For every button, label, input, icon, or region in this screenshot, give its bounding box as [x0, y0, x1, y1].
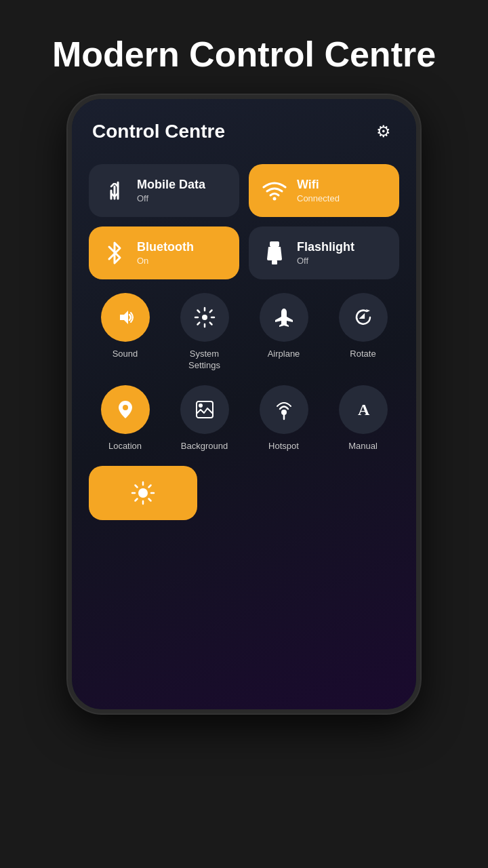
svg-point-6	[199, 403, 203, 408]
background-button	[180, 385, 229, 434]
bluetooth-label: Bluetooth	[137, 240, 194, 254]
brightness-tile[interactable]	[89, 466, 197, 520]
rotate-label: Rotate	[350, 349, 375, 360]
manual-label: Manual	[348, 441, 378, 452]
airplane-item[interactable]: Airplane	[247, 293, 320, 372]
control-header: Control Centre ⚙	[89, 119, 399, 144]
svg-rect-5	[197, 401, 213, 418]
circle-row-2: Location Background	[89, 385, 399, 452]
phone-screen: Control Centre ⚙ Mobile Data Off	[72, 99, 416, 709]
svg-point-3	[202, 315, 207, 320]
sound-item[interactable]: Sound	[89, 293, 161, 372]
flashlight-tile[interactable]: Flashlight Off	[249, 226, 399, 279]
svg-point-0	[273, 197, 277, 201]
manual-item[interactable]: A Manual	[327, 385, 399, 452]
vol-down-button	[418, 194, 420, 228]
flashlight-icon	[262, 240, 287, 266]
airplane-button	[260, 293, 308, 342]
brightness-icon	[131, 481, 155, 505]
flashlight-label: Flashlight	[297, 240, 354, 254]
bluetooth-status: On	[137, 256, 194, 266]
bluetooth-text: Bluetooth On	[137, 240, 194, 266]
system-settings-label: System Settings	[188, 349, 220, 372]
system-settings-item[interactable]: System Settings	[168, 293, 241, 372]
hotspot-label: Hotspot	[268, 441, 299, 452]
location-button	[101, 385, 150, 434]
hotspot-button	[260, 385, 308, 434]
page-title: Modern Control Centre	[0, 0, 488, 95]
power-button	[68, 167, 70, 221]
mobile-data-tile[interactable]: Mobile Data Off	[89, 164, 239, 217]
sound-label: Sound	[113, 349, 138, 360]
bluetooth-tile[interactable]: Bluetooth On	[89, 226, 239, 279]
flashlight-text: Flashlight Off	[297, 240, 354, 266]
sound-button	[101, 293, 150, 342]
airplane-label: Airplane	[268, 349, 300, 360]
svg-text:A: A	[358, 401, 370, 418]
settings-icon[interactable]: ⚙	[371, 119, 396, 144]
svg-point-9	[138, 488, 148, 498]
system-settings-button	[180, 293, 229, 342]
vol-up-button	[418, 153, 420, 187]
svg-point-4	[123, 405, 128, 410]
rotate-button	[339, 293, 388, 342]
flashlight-status: Off	[297, 256, 354, 266]
mobile-data-label: Mobile Data	[137, 178, 205, 192]
bluetooth-icon	[102, 241, 127, 265]
control-centre-title: Control Centre	[92, 121, 225, 142]
circle-row-1: Sound System Settings	[89, 293, 399, 372]
background-item[interactable]: Background	[168, 385, 241, 452]
phone-mockup: Control Centre ⚙ Mobile Data Off	[68, 95, 420, 713]
wifi-status: Connected	[297, 193, 340, 203]
quick-tiles-grid: Mobile Data Off Wifi Connected	[89, 164, 399, 279]
background-label: Background	[181, 441, 228, 452]
wifi-text: Wifi Connected	[297, 178, 340, 203]
hotspot-item[interactable]: Hotspot	[247, 385, 320, 452]
location-label: Location	[108, 441, 142, 452]
mobile-data-status: Off	[137, 193, 205, 203]
mobile-data-text: Mobile Data Off	[137, 178, 205, 203]
svg-rect-2	[272, 260, 277, 264]
rotate-item[interactable]: Rotate	[327, 293, 399, 372]
wifi-tile[interactable]: Wifi Connected	[249, 164, 399, 217]
svg-rect-1	[270, 241, 279, 247]
mobile-data-icon	[102, 178, 127, 203]
wifi-icon	[262, 180, 287, 201]
location-item[interactable]: Location	[89, 385, 161, 452]
wifi-label: Wifi	[297, 178, 340, 192]
manual-button: A	[339, 385, 388, 434]
